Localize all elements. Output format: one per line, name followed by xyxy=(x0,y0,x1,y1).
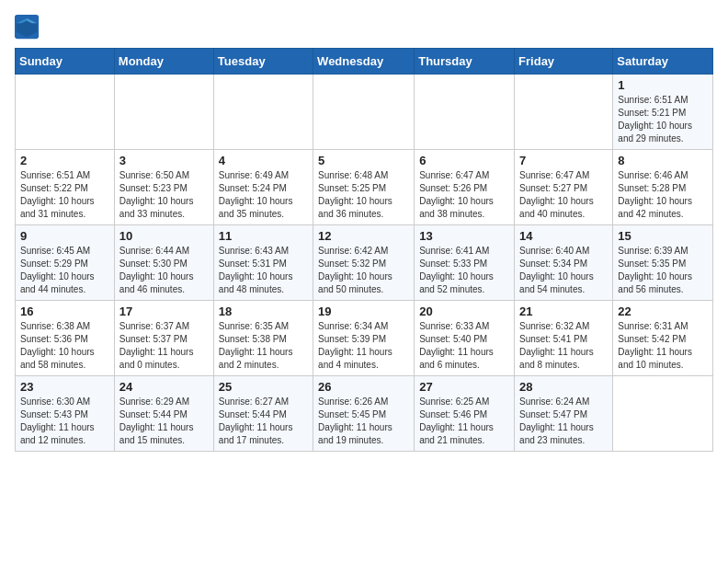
calendar-week-row: 1Sunrise: 6:51 AM Sunset: 5:21 PM Daylig… xyxy=(16,75,713,150)
day-info: Sunrise: 6:50 AM Sunset: 5:23 PM Dayligh… xyxy=(119,169,209,221)
calendar-cell: 19Sunrise: 6:34 AM Sunset: 5:39 PM Dayli… xyxy=(313,301,415,376)
calendar-cell xyxy=(313,75,415,150)
day-info: Sunrise: 6:31 AM Sunset: 5:42 PM Dayligh… xyxy=(618,320,708,372)
day-info: Sunrise: 6:49 AM Sunset: 5:24 PM Dayligh… xyxy=(219,169,308,221)
calendar-cell: 22Sunrise: 6:31 AM Sunset: 5:42 PM Dayli… xyxy=(613,301,713,376)
day-info: Sunrise: 6:34 AM Sunset: 5:39 PM Dayligh… xyxy=(318,320,409,372)
calendar-cell xyxy=(613,376,713,452)
calendar-cell xyxy=(213,75,313,150)
calendar-cell: 12Sunrise: 6:42 AM Sunset: 5:32 PM Dayli… xyxy=(313,225,415,301)
calendar-week-row: 9Sunrise: 6:45 AM Sunset: 5:29 PM Daylig… xyxy=(16,225,713,301)
day-number: 22 xyxy=(618,304,708,318)
calendar-cell xyxy=(16,75,115,150)
calendar-cell: 14Sunrise: 6:40 AM Sunset: 5:34 PM Dayli… xyxy=(515,225,613,301)
day-info: Sunrise: 6:51 AM Sunset: 5:22 PM Dayligh… xyxy=(20,169,109,221)
calendar-cell: 21Sunrise: 6:32 AM Sunset: 5:41 PM Dayli… xyxy=(515,301,613,376)
day-info: Sunrise: 6:26 AM Sunset: 5:45 PM Dayligh… xyxy=(318,396,409,447)
day-number: 23 xyxy=(20,380,109,394)
day-number: 10 xyxy=(119,229,209,243)
day-number: 14 xyxy=(519,229,608,243)
day-info: Sunrise: 6:46 AM Sunset: 5:28 PM Dayligh… xyxy=(618,169,708,221)
calendar-cell xyxy=(415,75,515,150)
calendar-cell: 13Sunrise: 6:41 AM Sunset: 5:33 PM Dayli… xyxy=(415,225,515,301)
day-number: 16 xyxy=(20,304,109,318)
day-number: 2 xyxy=(20,154,109,167)
calendar-week-row: 23Sunrise: 6:30 AM Sunset: 5:43 PM Dayli… xyxy=(16,376,713,452)
calendar-cell: 6Sunrise: 6:47 AM Sunset: 5:26 PM Daylig… xyxy=(415,150,515,225)
day-info: Sunrise: 6:32 AM Sunset: 5:41 PM Dayligh… xyxy=(519,320,608,372)
calendar-cell: 2Sunrise: 6:51 AM Sunset: 5:22 PM Daylig… xyxy=(16,150,115,225)
day-header: Wednesday xyxy=(313,49,415,75)
day-number: 21 xyxy=(519,304,608,318)
day-number: 25 xyxy=(219,380,308,394)
day-info: Sunrise: 6:27 AM Sunset: 5:44 PM Dayligh… xyxy=(219,396,308,447)
day-number: 15 xyxy=(618,229,708,243)
calendar-header-row: SundayMondayTuesdayWednesdayThursdayFrid… xyxy=(16,49,713,75)
day-header: Monday xyxy=(114,49,213,75)
day-number: 3 xyxy=(119,154,209,167)
day-info: Sunrise: 6:24 AM Sunset: 5:47 PM Dayligh… xyxy=(519,396,608,447)
calendar-cell: 24Sunrise: 6:29 AM Sunset: 5:44 PM Dayli… xyxy=(114,376,213,452)
calendar-cell: 4Sunrise: 6:49 AM Sunset: 5:24 PM Daylig… xyxy=(213,150,313,225)
day-number: 11 xyxy=(219,229,308,243)
day-number: 27 xyxy=(419,380,509,394)
calendar-cell: 5Sunrise: 6:48 AM Sunset: 5:25 PM Daylig… xyxy=(313,150,415,225)
day-number: 7 xyxy=(519,154,608,167)
calendar-cell: 7Sunrise: 6:47 AM Sunset: 5:27 PM Daylig… xyxy=(515,150,613,225)
day-info: Sunrise: 6:35 AM Sunset: 5:38 PM Dayligh… xyxy=(219,320,308,372)
day-number: 12 xyxy=(318,229,409,243)
day-number: 28 xyxy=(519,380,608,394)
day-info: Sunrise: 6:40 AM Sunset: 5:34 PM Dayligh… xyxy=(519,245,608,296)
day-number: 6 xyxy=(419,154,509,167)
day-info: Sunrise: 6:47 AM Sunset: 5:26 PM Dayligh… xyxy=(419,169,509,221)
calendar-cell: 17Sunrise: 6:37 AM Sunset: 5:37 PM Dayli… xyxy=(114,301,213,376)
day-header: Tuesday xyxy=(213,49,313,75)
day-info: Sunrise: 6:45 AM Sunset: 5:29 PM Dayligh… xyxy=(20,245,109,296)
day-info: Sunrise: 6:37 AM Sunset: 5:37 PM Dayligh… xyxy=(119,320,209,372)
day-info: Sunrise: 6:41 AM Sunset: 5:33 PM Dayligh… xyxy=(419,245,509,296)
calendar-cell xyxy=(515,75,613,150)
day-header: Sunday xyxy=(16,49,115,75)
calendar-cell: 23Sunrise: 6:30 AM Sunset: 5:43 PM Dayli… xyxy=(16,376,115,452)
calendar-cell: 28Sunrise: 6:24 AM Sunset: 5:47 PM Dayli… xyxy=(515,376,613,452)
day-info: Sunrise: 6:48 AM Sunset: 5:25 PM Dayligh… xyxy=(318,169,409,221)
day-number: 18 xyxy=(219,304,308,318)
day-header: Saturday xyxy=(613,49,713,75)
calendar-table: SundayMondayTuesdayWednesdayThursdayFrid… xyxy=(15,48,713,452)
calendar-cell: 25Sunrise: 6:27 AM Sunset: 5:44 PM Dayli… xyxy=(213,376,313,452)
calendar-week-row: 16Sunrise: 6:38 AM Sunset: 5:36 PM Dayli… xyxy=(16,301,713,376)
day-info: Sunrise: 6:30 AM Sunset: 5:43 PM Dayligh… xyxy=(20,396,109,447)
day-info: Sunrise: 6:38 AM Sunset: 5:36 PM Dayligh… xyxy=(20,320,109,372)
page-header xyxy=(15,15,713,40)
calendar-cell: 9Sunrise: 6:45 AM Sunset: 5:29 PM Daylig… xyxy=(16,225,115,301)
calendar-cell: 26Sunrise: 6:26 AM Sunset: 5:45 PM Dayli… xyxy=(313,376,415,452)
calendar-cell: 3Sunrise: 6:50 AM Sunset: 5:23 PM Daylig… xyxy=(114,150,213,225)
day-number: 24 xyxy=(119,380,209,394)
calendar-cell: 27Sunrise: 6:25 AM Sunset: 5:46 PM Dayli… xyxy=(415,376,515,452)
calendar-cell: 18Sunrise: 6:35 AM Sunset: 5:38 PM Dayli… xyxy=(213,301,313,376)
day-info: Sunrise: 6:25 AM Sunset: 5:46 PM Dayligh… xyxy=(419,396,509,447)
day-info: Sunrise: 6:29 AM Sunset: 5:44 PM Dayligh… xyxy=(119,396,209,447)
day-number: 8 xyxy=(618,154,708,167)
logo-icon xyxy=(15,15,40,40)
day-info: Sunrise: 6:47 AM Sunset: 5:27 PM Dayligh… xyxy=(519,169,608,221)
day-number: 19 xyxy=(318,304,409,318)
day-number: 17 xyxy=(119,304,209,318)
day-number: 4 xyxy=(219,154,308,167)
calendar-cell: 1Sunrise: 6:51 AM Sunset: 5:21 PM Daylig… xyxy=(613,75,713,150)
day-info: Sunrise: 6:33 AM Sunset: 5:40 PM Dayligh… xyxy=(419,320,509,372)
calendar-cell: 11Sunrise: 6:43 AM Sunset: 5:31 PM Dayli… xyxy=(213,225,313,301)
day-number: 9 xyxy=(20,229,109,243)
day-info: Sunrise: 6:44 AM Sunset: 5:30 PM Dayligh… xyxy=(119,245,209,296)
day-number: 20 xyxy=(419,304,509,318)
day-number: 5 xyxy=(318,154,409,167)
calendar-cell: 8Sunrise: 6:46 AM Sunset: 5:28 PM Daylig… xyxy=(613,150,713,225)
logo xyxy=(15,15,42,40)
calendar-cell: 16Sunrise: 6:38 AM Sunset: 5:36 PM Dayli… xyxy=(16,301,115,376)
day-info: Sunrise: 6:39 AM Sunset: 5:35 PM Dayligh… xyxy=(618,245,708,296)
calendar-cell xyxy=(114,75,213,150)
day-header: Friday xyxy=(515,49,613,75)
day-number: 1 xyxy=(618,78,708,92)
day-header: Thursday xyxy=(415,49,515,75)
calendar-week-row: 2Sunrise: 6:51 AM Sunset: 5:22 PM Daylig… xyxy=(16,150,713,225)
